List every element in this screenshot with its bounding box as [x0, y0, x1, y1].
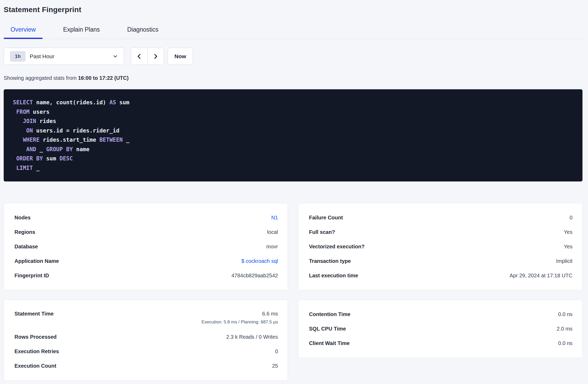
row-value: Implicit	[556, 258, 572, 264]
now-button[interactable]: Now	[168, 48, 193, 65]
sql-line: ORDER BY sum DESC	[13, 154, 573, 164]
sql-line: WHERE rides.start_time BETWEEN _	[13, 135, 573, 145]
summary-row: SQL CPU Time 2.0 ms	[309, 322, 572, 336]
row-value-block: 2.3 k Reads / 0 Writes	[226, 334, 278, 340]
summary-row: Transaction type Implicit	[309, 254, 572, 268]
row-value: 2.3 k Reads / 0 Writes	[226, 334, 278, 340]
statement-fingerprint-page: Statement Fingerprint Overview Explain P…	[0, 0, 588, 381]
previous-time-button[interactable]	[131, 48, 147, 65]
row-label: Client Wait Time	[309, 340, 350, 346]
tab-label: Overview	[11, 26, 36, 33]
row-value: 6.6 ms	[262, 311, 278, 317]
tab-item[interactable]: Diagnostics	[120, 26, 165, 39]
chevron-down-icon	[112, 53, 118, 59]
tab-label: Explain Plans	[63, 26, 100, 33]
summary-row: Nodes N1	[14, 210, 278, 225]
card-execution-attributes: Failure Count 0 Full scan? Yes Vectorize…	[298, 203, 582, 290]
card-wait-timing: Contention Time 0.0 ns SQL CPU Time 2.0 …	[298, 300, 582, 358]
sql-line: JOIN rides	[13, 117, 573, 126]
page-title: Statement Fingerprint	[4, 5, 582, 14]
row-value: 0	[570, 215, 572, 221]
card-statement-timing: Statement Time 6.6 ms Execution: 5.8 ms …	[4, 300, 288, 381]
tab-bar: Overview Explain Plans Diagnostics	[4, 26, 582, 39]
row-label: Contention Time	[309, 311, 350, 317]
summary-row: Regions local	[14, 225, 278, 239]
row-value: 4784cb829aab2542	[231, 273, 278, 279]
sql-line: FROM users	[13, 107, 573, 117]
row-subvalue: Execution: 5.8 ms / Planning: 687.5 µs	[202, 319, 278, 325]
row-value[interactable]: $ cockroach sql	[241, 258, 278, 264]
summary-row: Rows Processed 2.3 k Reads / 0 Writes	[14, 330, 278, 344]
row-value: local	[267, 229, 278, 235]
summary-row: Full scan? Yes	[309, 225, 572, 239]
row-value: 2.0 ms	[557, 326, 572, 332]
row-label: Application Name	[14, 258, 59, 264]
summary-row: Contention Time 0.0 ns	[309, 307, 572, 322]
time-toolbar: 1h Past Hour Now	[4, 48, 582, 65]
chevron-right-icon	[152, 53, 159, 60]
row-value: 0.0 ns	[558, 311, 572, 317]
card-statement-details: Nodes N1 Regions local Database movr App…	[4, 203, 288, 290]
summary-row: Client Wait Time 0.0 ns	[309, 336, 572, 351]
row-value-block: 0	[275, 348, 278, 355]
summary-row: Last execution time Apr 29, 2024 at 17:1…	[309, 268, 572, 283]
row-label: Last execution time	[309, 273, 358, 279]
chevron-left-icon	[136, 53, 142, 60]
time-range-dropdown[interactable]: 1h Past Hour	[4, 48, 124, 65]
time-range-badge: 1h	[10, 51, 26, 62]
row-label: Regions	[14, 229, 35, 235]
summary-row: Database movr	[14, 239, 278, 254]
row-label: Nodes	[14, 215, 31, 221]
stats-line-range: 16:00 to 17:22 (UTC)	[78, 75, 128, 81]
row-label: Execution Retries	[14, 348, 59, 355]
summary-row: Fingerprint ID 4784cb829aab2542	[14, 268, 278, 283]
summary-row: Vectorized execution? Yes	[309, 239, 572, 254]
row-value: 0.0 ns	[558, 340, 572, 346]
sql-statement-box: SELECT name, count(rides.id) AS sumFROM …	[4, 89, 582, 181]
row-value-block: 25	[272, 363, 278, 369]
row-value: 25	[272, 363, 278, 369]
row-label: Vectorized execution?	[309, 244, 365, 250]
summary-row: Execution Count 25	[14, 359, 278, 373]
summary-row: Failure Count 0	[309, 210, 572, 225]
row-label: Fingerprint ID	[14, 273, 49, 279]
summary-cards: Nodes N1 Regions local Database movr App…	[4, 203, 582, 381]
row-label: Rows Processed	[14, 334, 57, 340]
row-value[interactable]: N1	[271, 215, 278, 221]
time-range-label: Past Hour	[30, 53, 112, 60]
sql-line: SELECT name, count(rides.id) AS sum	[13, 98, 573, 107]
row-value-block: 6.6 ms Execution: 5.8 ms / Planning: 687…	[202, 311, 278, 325]
summary-row: Application Name $ cockroach sql	[14, 254, 278, 268]
next-time-button[interactable]	[147, 48, 164, 65]
sql-line: ON users.id = rides.rider_id	[13, 126, 573, 136]
row-label: Failure Count	[309, 215, 343, 221]
stats-line-prefix: Showing aggregated stats from	[4, 75, 77, 81]
tab-label: Diagnostics	[127, 26, 158, 33]
tab-item[interactable]: Overview	[4, 26, 43, 39]
aggregated-stats-line: Showing aggregated stats from 16:00 to 1…	[4, 75, 582, 81]
summary-row: Execution Retries 0	[14, 344, 278, 359]
row-label: Statement Time	[14, 311, 54, 317]
row-value: Apr 29, 2024 at 17:18 UTC	[510, 273, 572, 279]
row-label: SQL CPU Time	[309, 326, 346, 332]
row-value: Yes	[564, 229, 572, 235]
row-label: Execution Count	[14, 363, 56, 369]
sql-line: LIMIT _	[13, 164, 573, 173]
tab-item[interactable]: Explain Plans	[56, 26, 107, 39]
row-label: Database	[14, 244, 38, 250]
row-value: 0	[275, 348, 278, 355]
row-value: movr	[266, 244, 278, 250]
row-label: Transaction type	[309, 258, 351, 264]
row-label: Full scan?	[309, 229, 335, 235]
row-value: Yes	[564, 244, 572, 250]
time-step-button-group	[131, 48, 164, 65]
sql-line: AND _ GROUP BY name	[13, 145, 573, 154]
summary-row: Statement Time 6.6 ms Execution: 5.8 ms …	[14, 307, 278, 330]
